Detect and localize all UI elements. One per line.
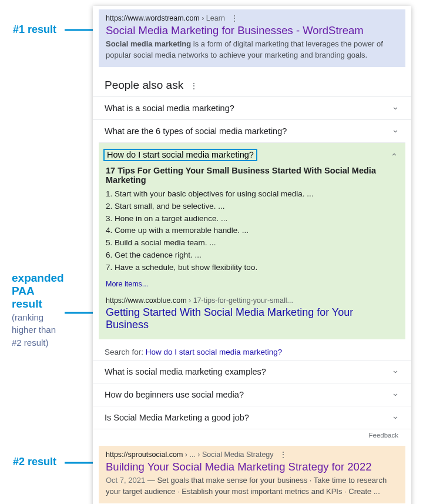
annotation-line: PAA	[12, 285, 35, 297]
serp-panel: https://www.wordstream.com › Learn Socia…	[93, 6, 411, 504]
paa-question[interactable]: What are the 6 types of social media mar…	[93, 119, 411, 142]
search-result-1[interactable]: https://www.wordstream.com › Learn Socia…	[99, 9, 405, 67]
list-item: 7. Have a schedule, but show flexibility…	[106, 262, 398, 274]
cite-domain: https://www.wordstream.com	[106, 14, 200, 22]
list-item: 4. Come up with a memorable handle. ...	[106, 225, 398, 237]
snippet-date: Oct 7, 2021	[106, 476, 145, 485]
snippet-text: — Set goals that make sense for your bus…	[106, 476, 387, 496]
annotation-subline: (ranking	[12, 312, 43, 322]
search-result-2[interactable]: https://sproutsocial.com › ... › Social …	[99, 446, 405, 503]
cite-domain: https://sproutsocial.com	[106, 450, 183, 459]
list-item: 6. Get the cadence right. ...	[106, 249, 398, 262]
annotation-result1: #1 result	[13, 24, 56, 36]
result-title-link[interactable]: Social Media Marketing for Businesses - …	[106, 24, 398, 37]
paa-heading-text: People also ask	[105, 79, 183, 91]
feedback-link[interactable]: Feedback	[93, 429, 411, 446]
chevron-down-icon	[391, 104, 400, 112]
more-items-link[interactable]: More items...	[106, 280, 398, 288]
paa-question[interactable]: Is Social Media Marketing a good job?	[93, 406, 411, 429]
paa-question-text: What are the 6 types of social media mar…	[105, 126, 287, 136]
chevron-down-icon	[391, 413, 400, 422]
annotation-line: expanded	[12, 272, 64, 284]
paa-question-text: What is a social media marketing?	[105, 104, 234, 113]
annotation-expanded-paa: expanded PAA result (ranking higher than…	[12, 272, 64, 349]
expanded-cite: https://www.coxblue.com › 17-tips-for-ge…	[106, 296, 398, 305]
annotation-subline: higher than	[12, 325, 56, 335]
result-title-link[interactable]: Building Your Social Media Marketing Str…	[106, 460, 398, 473]
chevron-down-icon	[391, 127, 400, 135]
cite-breadcrumb: › 17-tips-for-getting-your-small...	[187, 296, 293, 305]
list-item: 5. Build a social media team. ...	[106, 237, 398, 249]
list-item: 2. Start small, and be selective. ...	[106, 201, 398, 213]
expanded-result-title-link[interactable]: Getting Started With Social Media Market…	[106, 306, 398, 331]
expanded-answer-list: 1. Start with your basic objectives for …	[106, 188, 398, 274]
list-item: 3. Hone in on a target audience. ...	[106, 213, 398, 225]
result-cite: https://sproutsocial.com › ... › Social …	[106, 450, 398, 459]
result-snippet: Social media marketing is a form of digi…	[106, 39, 398, 61]
more-options-icon[interactable]	[279, 452, 286, 459]
paa-question-text: How do beginners use social media?	[105, 390, 244, 399]
chevron-up-icon[interactable]	[390, 151, 398, 159]
cite-domain: https://www.coxblue.com	[106, 296, 187, 305]
search-for-row: Search for: How do I start social media …	[93, 339, 411, 360]
search-for-query-link[interactable]: How do I start social media marketing?	[146, 348, 283, 356]
paa-question[interactable]: What is a social media marketing?	[93, 96, 411, 119]
result-snippet: Oct 7, 2021 — Set goals that make sense …	[106, 475, 398, 498]
paa-expanded-answer: How do I start social media marketing? 1…	[99, 142, 405, 339]
cite-breadcrumb: › ... › Social Media Strategy	[183, 450, 273, 459]
paa-question[interactable]: What is social media marketing examples?	[93, 360, 411, 383]
annotation-subline: #2 result)	[12, 338, 49, 348]
expanded-answer-title: 17 Tips For Getting Your Small Business …	[106, 166, 398, 185]
paa-question[interactable]: How do beginners use social media?	[93, 383, 411, 406]
annotation-result2: #2 result	[13, 456, 56, 468]
cite-breadcrumb: › Learn	[200, 14, 225, 22]
chevron-down-icon	[391, 368, 400, 376]
paa-question-text: What is social media marketing examples?	[105, 367, 266, 376]
search-for-label: Search for:	[105, 348, 146, 356]
annotation-line: result	[12, 298, 42, 310]
paa-highlighted-question[interactable]: How do I start social media marketing?	[103, 149, 257, 161]
result-cite: https://www.wordstream.com › Learn	[106, 14, 398, 22]
paa-question-text: Is Social Media Marketing a good job?	[105, 413, 249, 422]
chevron-down-icon	[391, 390, 400, 399]
more-options-icon[interactable]	[230, 15, 237, 22]
list-item: 1. Start with your basic objectives for …	[106, 188, 398, 201]
snippet-bold: Social media marketing	[106, 39, 191, 48]
people-also-ask-heading: People also ask	[93, 76, 411, 96]
more-options-icon[interactable]	[190, 82, 197, 89]
